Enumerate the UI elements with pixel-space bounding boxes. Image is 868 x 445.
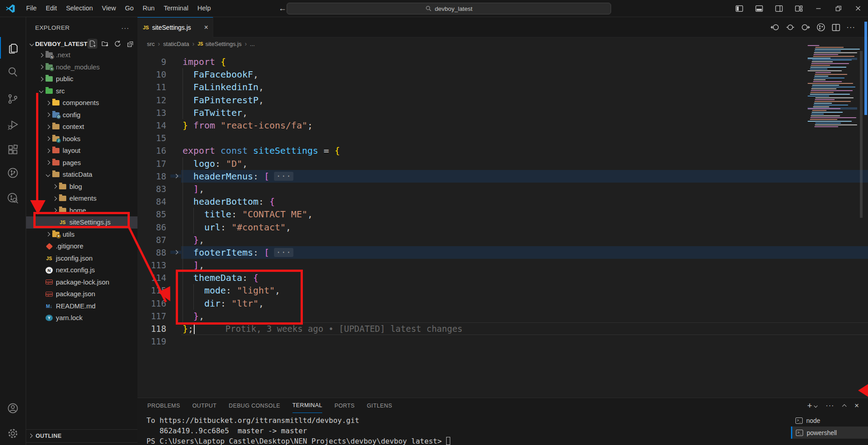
menu-selection[interactable]: Selection bbox=[61, 0, 97, 17]
tab-sitesettings[interactable]: JS siteSettings.js × bbox=[137, 17, 213, 37]
gitlens-prev-revision-icon[interactable] bbox=[770, 23, 780, 32]
tree-item-package-lock-json[interactable]: npmpackage-lock.json bbox=[26, 276, 137, 289]
outline-section-header[interactable]: OUTLINE bbox=[26, 429, 137, 442]
minimize-icon[interactable] bbox=[809, 0, 828, 17]
tree-item-yarn-lock[interactable]: Yyarn.lock bbox=[26, 312, 137, 324]
breadcrumb-item[interactable]: JSsiteSettings.js bbox=[198, 41, 242, 47]
maximize-panel-icon[interactable] bbox=[843, 402, 846, 410]
fold-chevron-icon[interactable] bbox=[174, 174, 178, 179]
tree-item-jsconfig-json[interactable]: JSjsconfig.json bbox=[26, 252, 137, 265]
command-center-search[interactable]: devboy_latest bbox=[287, 3, 611, 14]
activity-explorer-icon[interactable] bbox=[0, 37, 26, 59]
activity-accounts-icon[interactable] bbox=[0, 397, 26, 419]
sidebar-more-actions-icon[interactable]: ··· bbox=[121, 24, 129, 32]
tree-item-components[interactable]: components bbox=[26, 97, 137, 109]
code-line-119[interactable]: 119 bbox=[137, 335, 868, 348]
code-line-117[interactable]: 117 }, bbox=[137, 310, 868, 322]
code-line-10[interactable]: 10 FaFacebookF, bbox=[137, 68, 868, 81]
panel-tab-terminal[interactable]: TERMINAL bbox=[292, 398, 322, 413]
tree-item-layout[interactable]: layout bbox=[26, 145, 137, 157]
menu-help[interactable]: Help bbox=[193, 0, 215, 17]
tree-item-config[interactable]: ⛭config bbox=[26, 109, 137, 121]
terminal-session-node[interactable]: >_ node bbox=[791, 414, 868, 427]
toggle-sidebar-icon[interactable] bbox=[729, 0, 749, 17]
code-line-86[interactable]: 86 url: "#contact", bbox=[137, 220, 868, 233]
code-line-17[interactable]: 17 logo: "D", bbox=[137, 157, 868, 170]
gitlens-revision-icon[interactable] bbox=[786, 23, 795, 32]
new-file-icon[interactable] bbox=[87, 39, 97, 49]
activity-source-control-icon[interactable] bbox=[0, 88, 26, 110]
close-window-icon[interactable] bbox=[848, 0, 868, 17]
code-line-11[interactable]: 11 FaLinkedinIn, bbox=[137, 81, 868, 93]
terminal-output[interactable]: To https://bitbucket.org/ittransmitltd/d… bbox=[146, 415, 450, 445]
menu-terminal[interactable]: Terminal bbox=[159, 0, 193, 17]
code-line-13[interactable]: 13 FaTwitter, bbox=[137, 106, 868, 119]
activity-extensions-icon[interactable] bbox=[0, 138, 26, 160]
activity-run-and-debug-icon[interactable] bbox=[0, 114, 26, 135]
activity-search-icon[interactable] bbox=[0, 61, 26, 83]
terminal-more-icon[interactable]: ··· bbox=[826, 402, 834, 410]
restore-icon[interactable] bbox=[828, 0, 848, 17]
close-panel-icon[interactable]: × bbox=[854, 401, 859, 410]
panel-tab-ports[interactable]: PORTS bbox=[334, 398, 355, 413]
code-line-118[interactable]: 118 };Protik, 3 weeks ago • [UPDATED] la… bbox=[137, 322, 868, 335]
breadcrumb-item[interactable]: staticData bbox=[163, 41, 189, 47]
menu-go[interactable]: Go bbox=[120, 0, 138, 17]
code-line-83[interactable]: 83 ], bbox=[137, 183, 868, 195]
code-line-87[interactable]: 87 }, bbox=[137, 234, 868, 246]
code-line-85[interactable]: 85 title: "CONTACT ME", bbox=[137, 208, 868, 220]
tree-item-hooks[interactable]: Jhooks bbox=[26, 133, 137, 145]
collapse-folders-icon[interactable] bbox=[125, 39, 135, 49]
code-line-18[interactable]: 18 headerMenus: [··· bbox=[137, 170, 868, 183]
tree-item-elements[interactable]: elements bbox=[26, 193, 137, 205]
close-tab-icon[interactable]: × bbox=[204, 23, 208, 32]
tree-item-next-config-js[interactable]: Nnext.config.js bbox=[26, 264, 137, 276]
activity-settings-icon[interactable] bbox=[0, 422, 26, 444]
panel-tab-output[interactable]: OUTPUT bbox=[192, 398, 217, 413]
tree-item--gitignore[interactable]: .gitignore bbox=[26, 240, 137, 252]
menu-run[interactable]: Run bbox=[138, 0, 160, 17]
code-line-14[interactable]: 14 } from "react-icons/fa"; bbox=[137, 119, 868, 132]
panel-tab-problems[interactable]: PROBLEMS bbox=[147, 398, 180, 413]
code-line-15[interactable]: 15 bbox=[137, 132, 868, 144]
tree-item-package-json[interactable]: npmpackage.json bbox=[26, 288, 137, 300]
navigate-back-button[interactable]: ← bbox=[279, 4, 287, 13]
tree-item-context[interactable]: context bbox=[26, 121, 137, 133]
code-line-114[interactable]: 114 themeData: { bbox=[137, 271, 868, 284]
code-line-116[interactable]: 116 dir: "ltr", bbox=[137, 297, 868, 310]
code-line-113[interactable]: 113 ], bbox=[137, 259, 868, 271]
tree-item-home[interactable]: home bbox=[26, 205, 137, 217]
menu-view[interactable]: View bbox=[97, 0, 120, 17]
code-line-115[interactable]: 115 mode: "light", bbox=[137, 284, 868, 297]
code-editor[interactable]: 9 import { 10 FaFacebookF, 11 FaLinkedin… bbox=[137, 50, 868, 348]
toggle-secondary-sidebar-icon[interactable] bbox=[769, 0, 789, 17]
code-line-88[interactable]: 88 footerItems: [··· bbox=[137, 246, 868, 259]
activity-gitlens-inspect-icon[interactable] bbox=[0, 187, 26, 209]
tree-item-node-modules[interactable]: nnode_modules bbox=[26, 61, 137, 73]
tree-item-public[interactable]: public bbox=[26, 73, 137, 85]
tree-item--next[interactable]: N.next bbox=[26, 49, 137, 61]
refresh-explorer-icon[interactable] bbox=[113, 39, 123, 49]
terminal-session-powershell[interactable]: >_ powershell bbox=[791, 427, 868, 439]
minimap[interactable] bbox=[808, 45, 857, 158]
tree-item-src[interactable]: src bbox=[26, 85, 137, 97]
gitlens-next-revision-icon[interactable] bbox=[801, 23, 810, 32]
menu-edit[interactable]: Edit bbox=[41, 0, 61, 17]
gitlens-graph-icon[interactable] bbox=[816, 23, 826, 32]
folded-region-badge[interactable]: ··· bbox=[274, 172, 294, 181]
customize-layout-icon[interactable] bbox=[789, 0, 809, 17]
activity-gitlens-icon[interactable] bbox=[0, 162, 26, 184]
code-line-16[interactable]: 16 export const siteSettings = { bbox=[137, 144, 868, 157]
code-line-9[interactable]: 9 import { bbox=[137, 55, 868, 68]
split-editor-icon[interactable] bbox=[831, 23, 841, 32]
fold-chevron-icon[interactable] bbox=[174, 250, 178, 255]
more-actions-icon[interactable]: ··· bbox=[846, 23, 855, 32]
breadcrumb-item[interactable]: src bbox=[147, 41, 155, 47]
tree-item-blog[interactable]: blog bbox=[26, 181, 137, 193]
tree-item-utils[interactable]: ✦utils bbox=[26, 229, 137, 241]
menu-file[interactable]: File bbox=[22, 0, 41, 17]
project-root-row[interactable]: DEVBOY_LATEST bbox=[26, 38, 137, 50]
new-folder-icon[interactable] bbox=[100, 39, 110, 49]
editor-scrollbar[interactable] bbox=[860, 51, 863, 218]
tree-item-pages[interactable]: pages bbox=[26, 157, 137, 169]
